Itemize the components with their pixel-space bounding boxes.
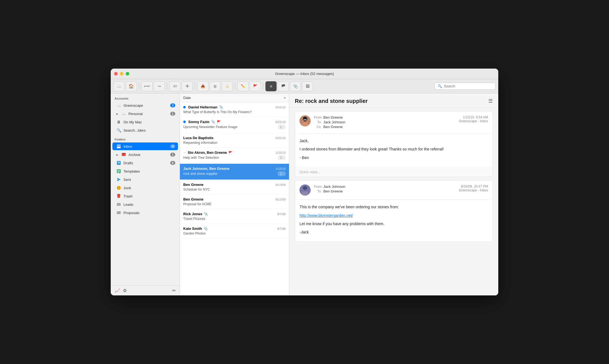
activity-button[interactable]: 📈	[115, 288, 120, 293]
email-item[interactable]: Rick Jones 📎 9/7/08 Travel Pictures	[180, 209, 289, 224]
sort-label[interactable]: Date	[183, 96, 191, 100]
junk-icon: !	[116, 185, 121, 190]
search-bar[interactable]: 🔍	[435, 83, 496, 90]
email-subject: Schedule for NYC	[183, 188, 286, 191]
trash-icon	[116, 194, 121, 199]
email-item[interactable]: Kate Smith 📎 9/7/08 Garden Photos	[180, 224, 289, 238]
body-line: http://www.blomstergarden.net/	[300, 212, 488, 219]
email-item-selected[interactable]: Jack Johnson, Ben Greene 1/15/10 rock an…	[180, 164, 289, 180]
sidebar-item-sent[interactable]: Sent	[112, 176, 178, 183]
sidebar-leads-label: Leads	[123, 202, 175, 207]
email-subject: rock and stone supplier	[183, 172, 278, 176]
email-date: 9/7/08	[277, 212, 286, 216]
thread-count: 2 ›	[278, 125, 286, 129]
message-header: From: Ben Greene To: Jack Johnson Cc: Be…	[295, 111, 492, 134]
sidebar-item-personal[interactable]: ▶ ☁️ Personal 1	[112, 110, 178, 118]
detail-header: Re: rock and stone supplier ☰	[289, 93, 498, 108]
email-item[interactable]: Daniel Hellerman 📎 9/22/10 What Type of …	[180, 102, 289, 117]
message-date: 1/15/10, 6:54 AM	[459, 115, 488, 119]
templates-icon	[116, 169, 121, 174]
svg-rect-8	[117, 170, 120, 171]
to-label: To:	[314, 120, 322, 124]
sender-name: Jack Johnson, Ben Greene	[183, 167, 229, 171]
email-list-header: Date ▾	[180, 93, 289, 102]
reply-all-button[interactable]: ↩↩	[141, 81, 153, 91]
svg-marker-11	[117, 178, 121, 181]
sender-name: Luca De Baptistis	[183, 136, 213, 140]
email-item[interactable]: Luca De Baptistis 9/22/10 Requesting inf…	[180, 133, 289, 148]
email-item[interactable]: Ben Greene 8/12/09 Proposal for ACME	[180, 194, 289, 209]
sidebar-item-leads[interactable]: Leads	[112, 201, 178, 208]
email-date: 8/12/09	[275, 198, 286, 201]
email-date: 9/7/08	[277, 227, 286, 230]
search-icon: 🔍	[438, 84, 442, 88]
sidebar-item-proposals[interactable]: Proposals	[112, 209, 178, 217]
sort-chevron-icon[interactable]: ▾	[284, 96, 286, 100]
flag-icon: 🚩	[217, 120, 221, 124]
archive-icon	[121, 152, 126, 157]
email-item[interactable]: ← Sto Akron, Ben Greene 🚩 1/15/10 Help w…	[180, 148, 289, 164]
email-subject: What Type of Butterfly Is This On My Flo…	[183, 110, 286, 114]
move-button[interactable]: ✛	[182, 81, 193, 91]
email-list: Date ▾ Daniel Hellerman 📎 9/22/10 What T…	[180, 93, 289, 295]
pencil-button[interactable]: ✏️	[238, 81, 249, 91]
sidebar-item-trash[interactable]: Trash	[112, 192, 178, 200]
tag-button[interactable]: 🏷	[169, 81, 180, 91]
email-item[interactable]: Ben Greene 8/13/09 Schedule for NYC	[180, 180, 289, 194]
block-button[interactable]: ⊘	[210, 81, 221, 91]
sidebar-item-junk[interactable]: ! Junk	[112, 184, 178, 192]
notes-button[interactable]: ≡	[265, 81, 277, 91]
image-button[interactable]: 🖼	[302, 81, 313, 91]
sidebar-item-inbox[interactable]: Inbox 3	[112, 142, 178, 150]
attachment-icon: 📎	[219, 105, 223, 109]
redflag-button[interactable]: 🚩	[250, 81, 261, 91]
paperclip-button[interactable]: 📎	[290, 81, 301, 91]
thread-count: 2 ›	[278, 171, 286, 176]
minimize-button[interactable]	[120, 72, 123, 76]
sidebar-item-drafts[interactable]: Drafts 6	[112, 159, 178, 167]
cloud-button[interactable]: ☁️	[113, 81, 125, 91]
blomster-link[interactable]: http://www.blomstergarden.net/	[300, 213, 353, 218]
cc-label: Cc:	[314, 125, 322, 129]
sidebar-item-greenscape[interactable]: ☁️ Greenscape 3	[112, 102, 178, 109]
cloud-icon-personal: ☁️	[121, 111, 126, 116]
email-date: 8/13/09	[275, 183, 286, 186]
svg-text:!: !	[118, 186, 119, 189]
home-button[interactable]: 🏠	[126, 81, 137, 91]
cc-value: Ben Greene	[323, 125, 343, 129]
drafts-icon	[116, 160, 121, 165]
sender-name: Daniel Hellerman	[188, 105, 218, 109]
window-title: Greenscape — Inbox (52 messages)	[275, 72, 334, 76]
main-layout: Accounts ☁️ Greenscape 3 ▶ ☁️ Personal 1…	[111, 93, 498, 295]
sidebar-proposals-label: Proposals	[123, 211, 175, 215]
detail-menu-button[interactable]: ☰	[488, 98, 493, 104]
toolbar-separator-5	[263, 82, 263, 90]
sidebar-footer: 📈 ⚙ ✏	[111, 285, 180, 295]
sender-name: Sto Akron, Ben Greene	[188, 150, 227, 155]
toolbar-separator-2	[167, 82, 167, 90]
sidebar-junk-label: Junk	[123, 186, 175, 190]
sidebar-drafts-label: Drafts	[123, 161, 168, 165]
flag-icon: 🚩	[228, 151, 233, 155]
message-date-area-2: 8/24/08, 10:47 PM Greenscape - Inbox	[459, 184, 488, 192]
email-subject: Help with Tree Selection	[183, 156, 278, 160]
flag2-button[interactable]: 🏴	[278, 81, 289, 91]
flag-toolbar-button[interactable]: ⚠	[222, 81, 233, 91]
sidebar-item-on-my-mac[interactable]: 🖥 On My Mac	[112, 118, 178, 126]
maximize-button[interactable]	[126, 72, 129, 76]
compose-button[interactable]: ✏	[172, 288, 176, 293]
close-button[interactable]	[114, 72, 118, 76]
sidebar-item-search-folders[interactable]: 🔍 Search...lders	[112, 126, 178, 134]
sidebar-item-templates[interactable]: Templates	[112, 167, 178, 175]
sidebar-item-archive[interactable]: ▶ Archive 1	[112, 151, 178, 158]
archive-button[interactable]: 📥	[197, 81, 208, 91]
search-input[interactable]	[444, 84, 492, 88]
settings-button[interactable]: ⚙	[123, 288, 127, 293]
message-card-2: From: Jack Johnson To: Ben Greene 8/24/0…	[295, 180, 493, 242]
sender-name: Ben Greene	[183, 197, 203, 201]
email-item[interactable]: Sonny Fazio 📎 🚩 9/22/10 Upcoming Newslet…	[180, 117, 289, 133]
forward-button[interactable]: ↪	[154, 81, 165, 91]
svg-rect-10	[117, 172, 119, 173]
quick-reply-field[interactable]: Quick reply...	[295, 167, 492, 177]
email-subject: Proposal for ACME	[183, 202, 286, 206]
